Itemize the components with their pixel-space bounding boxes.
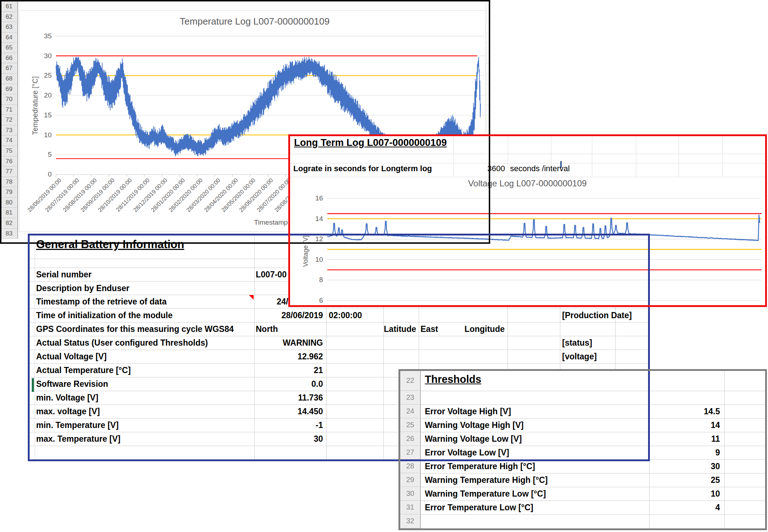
row-header-83[interactable]: 83 — [1, 229, 18, 239]
battery-row-label[interactable]: Software Revision — [36, 379, 108, 389]
gps-latitude-label[interactable]: Latitude — [362, 324, 416, 334]
battery-row-tag[interactable]: [Production Date] — [562, 310, 645, 321]
battery-row-value[interactable]: WARNING — [254, 337, 323, 348]
lograte-unit[interactable]: seconds /interval — [510, 164, 570, 173]
battery-row-label[interactable]: max. voltage [V] — [36, 406, 100, 417]
lograte-label[interactable]: Lograte in seconds for Longterm log — [293, 164, 432, 173]
row-header-63[interactable]: 63 — [1, 22, 18, 33]
row-header-67[interactable]: 67 — [1, 63, 18, 74]
threshold-row-value[interactable]: 14.5 — [650, 406, 720, 417]
battery-row-value[interactable]: 24/ — [235, 296, 288, 307]
threshold-row-label[interactable]: Error Voltage High [V] — [425, 406, 511, 417]
battery-row-value[interactable]: 21 — [254, 365, 323, 376]
threshold-row-label[interactable]: Warning Voltage High [V] — [425, 420, 523, 431]
row-header-76[interactable]: 76 — [1, 156, 18, 167]
gridline-h — [421, 405, 765, 405]
battery-row-label[interactable]: Serial number — [36, 269, 91, 280]
row-header-30[interactable]: 30 — [400, 487, 421, 501]
spreadsheet-screenshot-collage: 6162636465666768697071727374757677787980… — [0, 0, 768, 532]
temperature-chart-title: Temperature Log L007-0000000109 — [38, 16, 471, 27]
lograte-value[interactable]: 3600 — [458, 164, 505, 173]
battery-row-value[interactable]: 28/06/2019 — [254, 310, 323, 321]
battery-row-label[interactable]: Time of initialization of the module — [36, 310, 173, 321]
threshold-row-label[interactable]: Error Temperature Low [°C] — [425, 502, 533, 513]
battery-row-label[interactable]: Actual Status (User configured Threshold… — [36, 337, 208, 348]
row-header-68[interactable]: 68 — [1, 74, 18, 84]
battery-row-value[interactable]: 12.962 — [254, 351, 323, 362]
battery-row-value[interactable]: -1 — [254, 420, 323, 431]
panel-long-term-log: Long Term Log L007-0000000109 Lograte in… — [288, 134, 767, 307]
row-header-23[interactable]: 23 — [400, 391, 421, 405]
threshold-row-label[interactable]: Warning Temperature Low [°C] — [425, 488, 546, 499]
row-header-65[interactable]: 65 — [1, 43, 18, 53]
gridline-h — [421, 432, 765, 432]
y-tick-label-12: 12 — [307, 235, 323, 243]
thresholds-table-title[interactable]: Thresholds — [425, 373, 481, 385]
battery-row-value[interactable]: North — [256, 324, 324, 334]
threshold-row-value[interactable]: 30 — [650, 461, 720, 472]
gridline-h — [30, 363, 648, 364]
row-header-81[interactable]: 81 — [1, 208, 18, 218]
threshold-row-label[interactable]: Error Voltage Low [V] — [425, 447, 509, 458]
battery-row-tag[interactable]: [voltage] — [562, 351, 645, 362]
battery-table-title[interactable]: General Battery Information — [36, 238, 184, 251]
row-header-78[interactable]: 78 — [1, 177, 18, 187]
battery-row-label[interactable]: Actual Voltage [V] — [36, 351, 107, 362]
row-header-73[interactable]: 73 — [1, 125, 18, 136]
row-header-27[interactable]: 27 — [400, 446, 421, 459]
battery-row-label[interactable]: Actual Temperature [°C] — [36, 365, 131, 376]
battery-row-label[interactable]: GPS Coordinates for this measuring cycle… — [36, 324, 234, 334]
row-header-32[interactable]: 32 — [400, 514, 421, 528]
row-header-71[interactable]: 71 — [1, 105, 18, 115]
row-header-29[interactable]: 29 — [400, 473, 421, 487]
long-term-log-title[interactable]: Long Term Log L007-0000000109 — [294, 137, 447, 148]
threshold-row-value[interactable]: 9 — [650, 447, 720, 458]
threshold-row-value[interactable]: 4 — [650, 502, 720, 513]
row-header-77[interactable]: 77 — [1, 166, 18, 177]
threshold-row-label[interactable]: Warning Temperature High [°C] — [425, 475, 548, 485]
row-header-25[interactable]: 25 — [400, 418, 421, 432]
battery-row-value[interactable]: 11.736 — [254, 392, 323, 403]
threshold-row-value[interactable]: 10 — [650, 488, 720, 499]
y-tick-label-5: 5 — [36, 151, 52, 159]
row-header-31[interactable]: 31 — [400, 501, 421, 514]
battery-row-tag[interactable]: [status] — [562, 337, 645, 348]
battery-row-label[interactable]: min. Voltage [V] — [36, 392, 98, 403]
battery-row-value[interactable]: 14.450 — [254, 406, 323, 417]
battery-row-value[interactable]: 30 — [254, 433, 323, 444]
row-header-28[interactable]: 28 — [400, 459, 421, 473]
row-header-62[interactable]: 62 — [1, 12, 18, 22]
y-tick-label-6: 6 — [307, 297, 323, 304]
row-header-75[interactable]: 75 — [1, 146, 18, 156]
threshold-row-value[interactable]: 14 — [650, 420, 720, 431]
row-header-26[interactable]: 26 — [400, 432, 421, 446]
battery-row-label[interactable]: max. Temperature [V] — [36, 433, 120, 444]
row-header-24[interactable]: 24 — [400, 405, 421, 418]
threshold-row-label[interactable]: Error Temperature High [°C] — [425, 461, 535, 472]
row-header-61[interactable]: 61 — [1, 1, 18, 12]
gridline-h — [421, 446, 765, 446]
row-header-66[interactable]: 66 — [1, 53, 18, 64]
gridline-h — [30, 308, 648, 308]
gps-longitude-label[interactable]: Longitude — [450, 324, 505, 334]
row-header-69[interactable]: 69 — [1, 84, 18, 95]
battery-row-time[interactable]: 02:00:00 — [329, 310, 387, 321]
gridline-h — [421, 391, 765, 391]
battery-row-label[interactable]: min. Temperature [V] — [36, 420, 118, 431]
row-header-80[interactable]: 80 — [1, 198, 18, 208]
voltage-chart[interactable] — [288, 134, 767, 307]
threshold-row-value[interactable]: 11 — [650, 433, 720, 444]
y-tick-label-14: 14 — [307, 215, 323, 223]
battery-row-label[interactable]: Description by Enduser — [36, 283, 129, 294]
threshold-row-label[interactable]: Warning Voltage Low [V] — [425, 433, 522, 444]
battery-row-label[interactable]: Timestamp of the retrieve of data — [36, 296, 167, 307]
threshold-row-value[interactable]: 25 — [650, 475, 720, 485]
row-header-22[interactable]: 22 — [400, 371, 421, 391]
row-header-79[interactable]: 79 — [1, 187, 18, 198]
row-header-64[interactable]: 64 — [1, 33, 18, 43]
row-header-70[interactable]: 70 — [1, 94, 18, 105]
row-header-72[interactable]: 72 — [1, 115, 18, 125]
row-header-74[interactable]: 74 — [1, 135, 18, 146]
gps-east-value[interactable]: East — [420, 324, 453, 334]
battery-row-value[interactable]: 0.0 — [254, 379, 323, 389]
